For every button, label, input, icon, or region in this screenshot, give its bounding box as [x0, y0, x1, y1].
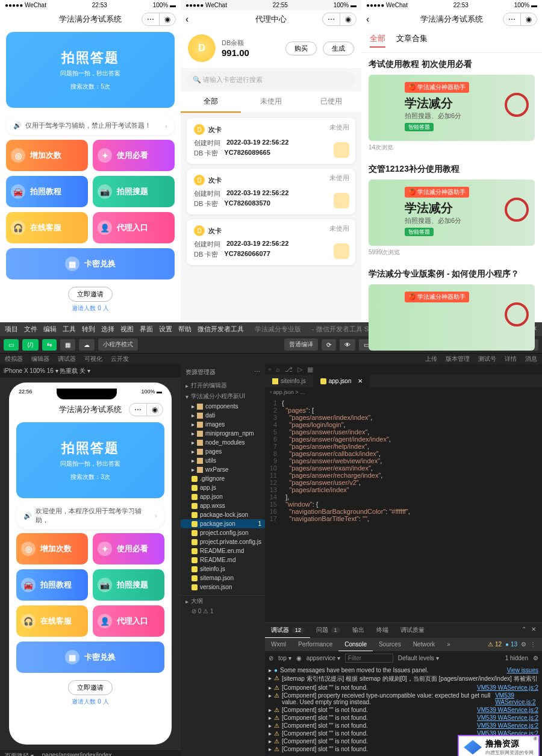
section-open-editors[interactable]: ▸ 打开的编辑器 — [181, 380, 265, 391]
copy-icon[interactable] — [334, 243, 349, 259]
sim-btn-support[interactable]: 🎧在线客服 — [16, 605, 88, 637]
file-item[interactable]: project.private.config.js — [181, 537, 265, 546]
tab-quality[interactable]: 调试质量 — [394, 623, 431, 638]
menu-item[interactable]: 项目 — [5, 325, 18, 334]
copy-icon[interactable] — [334, 142, 349, 158]
btn-support[interactable]: 🎧在线客服 — [6, 212, 88, 243]
console-row[interactable]: ▸ ⚠ [sitemap 索引情况提示] 根据 sitemap 的规则[0]，当… — [269, 674, 538, 684]
breadcrumb[interactable]: ▫ app.json > ... — [265, 387, 542, 397]
file-item[interactable]: app.json — [181, 492, 265, 501]
file-item[interactable]: version.json — [181, 583, 265, 592]
debug-icon[interactable]: ▷ — [297, 366, 302, 373]
copy-icon[interactable] — [334, 193, 349, 208]
file-icon[interactable]: ▫ — [269, 366, 271, 373]
clear{color:#888}[interactable]: ⊘ — [269, 655, 273, 661]
menu-item[interactable]: 设置 — [159, 325, 172, 334]
section-project[interactable]: ▾ 学法减分小程序新UI — [181, 391, 265, 402]
capsule[interactable]: ⋯◉ — [503, 13, 537, 26]
file-item[interactable]: ▸ images — [181, 420, 265, 429]
appservice-select[interactable]: appservice ▾ — [307, 655, 340, 661]
code-area[interactable]: 1{2 "pages": [3 "pages/answer/index/inde… — [265, 397, 542, 622]
editor-toggle[interactable]: ⟨/⟩ — [22, 339, 39, 351]
file-item[interactable]: ▸ utils — [181, 456, 265, 465]
source-link[interactable]: VM539 WAService.js:2 — [477, 707, 538, 713]
generate-button[interactable]: 生成 — [323, 42, 354, 55]
close-tab-icon[interactable]: ✕ — [358, 378, 363, 384]
tabs-overflow-icon[interactable]: » — [441, 638, 456, 651]
compile-icon[interactable]: ⟳ — [322, 339, 336, 351]
tab-console[interactable]: Console — [338, 638, 373, 651]
source-link[interactable]: VM539 WAService.js:2 — [477, 722, 538, 729]
tab-all[interactable]: 全部 — [370, 33, 385, 48]
gear-icon[interactable]: ⚙ — [533, 655, 538, 661]
back-icon[interactable]: ‹ — [185, 14, 188, 25]
article-item[interactable]: 学法减分专业版案例 - 如何使用小程序？ 🍎 学法减分神器助手 — [361, 263, 542, 357]
filter-input[interactable] — [345, 654, 393, 663]
sim-btn-agent[interactable]: 👤代理入口 — [93, 605, 164, 637]
problems-indicator[interactable]: ⊘ 0 ⚠ 1 — [181, 607, 265, 616]
file-item[interactable]: app.wxss — [181, 501, 265, 510]
tab-network[interactable]: Network — [407, 638, 441, 651]
card-item[interactable]: D次卡未使用 创建时间2022-03-19 22:56:22 DB 卡密YC78… — [187, 219, 355, 265]
tab-collection[interactable]: 文章合集 — [396, 33, 428, 48]
ext-icon[interactable]: ▦ — [307, 366, 313, 373]
file-item[interactable]: ▸ miniprogram_npm — [181, 429, 265, 438]
search-icon[interactable]: ⌕ — [276, 366, 280, 373]
source-link[interactable]: VM539 WAService.js:2 — [477, 684, 538, 691]
file-item[interactable]: sitemap.json — [181, 573, 265, 583]
btn-must-read[interactable]: ✦使用必看 — [93, 140, 175, 171]
menu-item[interactable]: 帮助 — [178, 325, 192, 334]
file-item[interactable]: package-lock.json — [181, 510, 265, 519]
file-item[interactable]: ▸ dati — [181, 411, 265, 420]
sim-btn-tutorial[interactable]: 🚘拍照教程 — [16, 569, 88, 601]
source-link[interactable]: View issues — [506, 667, 538, 673]
source-link[interactable]: VM539 WAService.js:2 — [477, 714, 538, 721]
card-item[interactable]: D次卡未使用 创建时间2022-03-19 22:56:22 DB 卡密YC78… — [187, 169, 355, 214]
file-item[interactable]: ▸ pages — [181, 447, 265, 456]
capsule[interactable]: ⋯◉ — [322, 13, 357, 26]
card-item[interactable]: D次卡未使用 创建时间2022-03-19 22:56:22 DB 卡密YC78… — [187, 118, 355, 164]
mode-select[interactable]: 小程序模式 — [98, 339, 138, 351]
invite-button[interactable]: 立即邀请 — [68, 287, 113, 302]
btn-agent[interactable]: 👤代理入口 — [93, 212, 175, 243]
menu-icon[interactable]: ⋯ — [142, 13, 160, 25]
context-select[interactable]: top ▾ — [278, 655, 291, 661]
source-link[interactable]: VM539 WAService.js:2 — [495, 692, 538, 705]
sim-btn-search[interactable]: 📷拍照搜题 — [93, 569, 164, 601]
tab-debugger[interactable]: 调试器 12 — [265, 623, 310, 638]
sim-btn-add[interactable]: ◎增加次数 — [16, 533, 88, 564]
menu-item[interactable]: 微信开发者工具 — [198, 325, 244, 334]
panel-close-icon[interactable]: ✕ — [531, 626, 536, 635]
debugger-toggle[interactable]: ⇆ — [42, 339, 57, 351]
visual-toggle[interactable]: ▦ — [60, 339, 75, 351]
tab-siteinfo[interactable]: siteinfo.js — [265, 375, 313, 387]
btn-photo-tutorial[interactable]: 🚘拍照教程 — [6, 176, 88, 207]
hidden-count[interactable]: 1 hidden — [505, 655, 528, 661]
file-item[interactable]: README.md — [181, 555, 265, 564]
sim-btn-redeem[interactable]: ▦卡密兑换 — [16, 642, 164, 673]
buy-button[interactable]: 购买 — [285, 42, 317, 55]
file-item[interactable]: siteinfo.js — [181, 564, 265, 573]
cloud-toggle[interactable]: ☁ — [79, 339, 95, 351]
menu-item[interactable]: 文件 — [24, 325, 37, 334]
menu-item[interactable]: 转到 — [82, 325, 95, 334]
console-row[interactable]: ▸ ● Some messages have been moved to the… — [269, 666, 538, 674]
file-item[interactable]: package.json 1 — [181, 519, 265, 528]
article-item[interactable]: 考试使用教程 初次使用必看 🍎 学法减分神器助手 学法减分拍照搜题、必加6分智能… — [361, 53, 542, 158]
menu-item[interactable]: 界面 — [140, 325, 153, 334]
levels-select[interactable]: Default levels ▾ — [398, 655, 439, 661]
file-item[interactable]: ▸ wxParse — [181, 465, 265, 474]
btn-redeem[interactable]: ▦卡密兑换 — [6, 248, 175, 280]
simulator-toggle[interactable]: ▭ — [4, 339, 19, 351]
file-item[interactable]: ▸ components — [181, 402, 265, 411]
tab-output[interactable]: 输出 — [346, 623, 370, 638]
tab-used[interactable]: 已使用 — [301, 92, 361, 113]
preview-icon[interactable]: 👁 — [340, 339, 355, 351]
warn-count[interactable]: ⚠ 12 — [488, 641, 502, 648]
section-outline[interactable]: ▸ 大纲 — [181, 595, 265, 607]
menu-item[interactable]: 工具 — [63, 325, 76, 334]
tab-appjson[interactable]: app.json✕ — [313, 375, 370, 387]
menu-item[interactable]: 编辑 — [43, 325, 57, 334]
hero-card[interactable]: 拍照答题 问题拍一拍，秒出答案 搜索次数：5次 — [6, 32, 175, 108]
menu-item[interactable]: 选择 — [101, 325, 114, 334]
